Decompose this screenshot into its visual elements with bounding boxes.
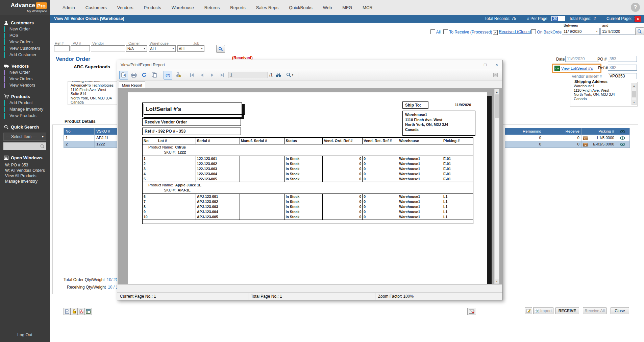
scroll-up-icon[interactable]: ▲ xyxy=(495,89,499,94)
scrollbar-thumb[interactable] xyxy=(632,91,636,97)
lock-button[interactable] xyxy=(71,308,78,315)
shipping-scrollbar[interactable]: ▲ ▼ xyxy=(631,83,637,105)
report-scrollbar[interactable]: ▲ ▼ xyxy=(494,89,499,284)
find-text-button[interactable] xyxy=(274,71,283,79)
date-search-button[interactable] xyxy=(635,27,644,35)
sidebar-item-add-customer[interactable]: Add Customer xyxy=(0,52,50,58)
refresh-button[interactable] xyxy=(140,71,148,79)
cell-eye[interactable] xyxy=(616,135,629,141)
sidebar-header-customers[interactable]: Customers xyxy=(0,19,50,26)
scroll-down-icon[interactable]: ▼ xyxy=(632,100,636,105)
filter-on-backorder[interactable]: On BackOrder xyxy=(531,29,563,35)
quick-search-select[interactable]: ----Select Item---- ▼ xyxy=(3,133,46,141)
nav-item-sales-reps[interactable]: Sales Reps xyxy=(256,5,278,10)
logout-button[interactable]: Log Out xyxy=(0,333,50,337)
nav-item-mcr[interactable]: MCR xyxy=(363,5,373,10)
view-lot-serial-link[interactable]: LS View Lot/Serial #'s xyxy=(552,64,601,73)
edit-button[interactable] xyxy=(525,307,532,314)
toggle-group-tree-button[interactable] xyxy=(174,71,182,79)
notes-button[interactable] xyxy=(64,308,71,315)
export-button[interactable] xyxy=(119,71,128,79)
last-page-button[interactable] xyxy=(218,71,227,79)
package-icon[interactable] xyxy=(583,142,588,146)
previous-page-button[interactable] xyxy=(198,71,206,79)
nav-item-vendors[interactable]: Vendors xyxy=(117,5,133,10)
nav-item-reports[interactable]: Reports xyxy=(230,5,246,10)
nav-item-customers[interactable]: Customers xyxy=(85,5,107,10)
open-window-item[interactable]: Manage Inventory xyxy=(0,179,50,184)
close-button[interactable]: Close xyxy=(611,307,629,314)
nav-item-returns[interactable]: Returns xyxy=(204,5,220,10)
warehouse-filter-select[interactable]: ALL▼ xyxy=(149,45,176,52)
ref-filter-input[interactable] xyxy=(54,45,70,51)
per-page-input[interactable]: 39 xyxy=(551,16,565,21)
received-checkbox[interactable]: ✓ xyxy=(493,30,498,35)
open-window-item[interactable]: View All Products xyxy=(0,173,50,179)
import-button[interactable]: Import xyxy=(533,307,553,314)
quick-search-input[interactable] xyxy=(3,142,46,150)
date-input[interactable]: 11/9/2020 xyxy=(565,56,599,62)
tab-main-report[interactable]: Main Report xyxy=(119,82,145,89)
first-page-button[interactable] xyxy=(188,71,196,79)
modal-title-bar[interactable]: View/Print/Export Report – □ × xyxy=(117,60,502,69)
sidebar-item-new-order[interactable]: New Order xyxy=(0,69,50,76)
po-filter-input[interactable] xyxy=(71,45,90,51)
sidebar-item-view-products[interactable]: View Products xyxy=(0,113,50,119)
on-backorder-label[interactable]: On BackOrder xyxy=(537,30,563,35)
scroll-up-icon[interactable]: ▲ xyxy=(632,83,636,88)
nav-item-products[interactable]: Products xyxy=(144,5,161,10)
filter-all[interactable]: All xyxy=(430,29,441,35)
receive-all-button[interactable]: Receive All xyxy=(583,307,606,314)
filter-to-receive[interactable]: To Receive (Processed) xyxy=(443,29,492,35)
page-number-input[interactable]: 1 xyxy=(228,72,268,78)
sidebar-item-manage-inventory[interactable]: Manage Inventory xyxy=(0,106,50,113)
nav-item-warehouse[interactable]: Warehouse xyxy=(172,5,194,10)
receive-button[interactable]: RECEIVE xyxy=(555,307,579,314)
open-window-item[interactable]: W: All Vendors Orders xyxy=(0,168,50,173)
sidebar-item-pos[interactable]: POS xyxy=(0,32,50,39)
date-from-picker[interactable]: 11/ 9/2020▼ xyxy=(562,28,600,35)
nav-item-quickbooks[interactable]: QuickBooks xyxy=(289,5,312,10)
vendor-bill-input[interactable]: VPO353 xyxy=(608,73,637,79)
sidebar-item-view-orders[interactable]: View Orders xyxy=(0,39,50,45)
minimize-button[interactable]: – xyxy=(468,61,479,69)
email-report-button[interactable] xyxy=(467,308,476,315)
all-label[interactable]: All xyxy=(436,30,441,35)
all-checkbox[interactable] xyxy=(430,29,435,34)
table-row[interactable]: 0 0 L1/5.0000 xyxy=(505,135,629,141)
filter-search-button[interactable] xyxy=(216,45,225,53)
sidebar-item-view-orders[interactable]: View Orders xyxy=(0,76,50,82)
scrollbar-thumb[interactable] xyxy=(495,94,499,118)
view-lot-serial-label[interactable]: View Lot/Serial #'s xyxy=(561,66,593,70)
carrier-filter-select[interactable]: N/A▼ xyxy=(126,45,147,52)
scroll-down-icon[interactable]: ▼ xyxy=(495,279,499,283)
backorder-checkbox[interactable] xyxy=(531,29,536,34)
job-filter-select[interactable]: ALL▼ xyxy=(177,45,204,52)
vendor-filter-input[interactable] xyxy=(91,45,125,51)
next-page-button[interactable] xyxy=(208,71,217,79)
maximize-button[interactable]: □ xyxy=(479,61,491,69)
close-preview-icon[interactable] xyxy=(491,71,500,79)
close-page-button[interactable]: x xyxy=(635,16,641,22)
sidebar-item-view-vendors[interactable]: View Vendors xyxy=(0,82,50,89)
sidebar-item-new-order[interactable]: New Order xyxy=(0,26,50,32)
date-to-picker[interactable]: 11/ 9/2020▼ xyxy=(600,28,638,35)
print-button[interactable] xyxy=(129,71,138,79)
excel-export-button[interactable] xyxy=(85,308,92,315)
copy-button[interactable] xyxy=(150,71,158,79)
nav-item-mfg[interactable]: MFG xyxy=(342,5,352,10)
open-window-item[interactable]: W: PO # 353 xyxy=(0,162,50,168)
to-receive-label[interactable]: To Receive (Processed) xyxy=(449,30,492,35)
close-modal-button[interactable]: × xyxy=(491,61,502,69)
table-row[interactable]: 0 0 E-01/5.0000 xyxy=(505,141,629,147)
po-input[interactable]: 353 xyxy=(608,56,637,62)
ref-input[interactable]: 392 xyxy=(608,65,637,71)
nav-item-web[interactable]: Web xyxy=(323,5,332,10)
sidebar-item-view-customers[interactable]: View Customers xyxy=(0,45,50,52)
nav-item-admin[interactable]: Admin xyxy=(63,5,75,10)
to-receive-checkbox[interactable] xyxy=(443,29,448,34)
help-icon[interactable]: ? xyxy=(631,3,640,12)
sidebar-header-products[interactable]: Products xyxy=(0,93,50,100)
pdf-export-button[interactable] xyxy=(78,308,85,315)
cell-eye[interactable] xyxy=(616,141,629,147)
